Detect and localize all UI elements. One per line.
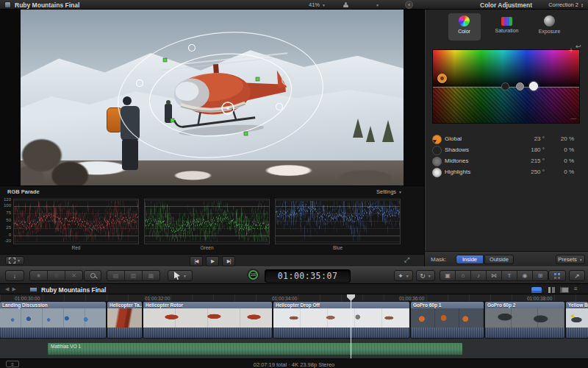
saturation-icon (501, 17, 512, 26)
transitions-browser-button[interactable]: ⋈ (487, 271, 502, 280)
scope-settings-menu[interactable]: Settings▼ (376, 188, 402, 195)
global-puck[interactable] (437, 74, 447, 83)
reject-button[interactable]: ✕ (65, 271, 82, 280)
hue-value[interactable]: 250 ° (508, 169, 545, 175)
themes-browser-button[interactable]: ⌂ (456, 271, 471, 280)
fullscreen-icon[interactable]: ⤢ (404, 256, 409, 264)
correction-tabs: Color Saturation Exposure (425, 13, 588, 40)
background-tasks-indicator[interactable]: 100 (248, 270, 258, 280)
hue-value[interactable]: 23 ° (508, 135, 545, 142)
hue-value[interactable]: 215 ° (508, 158, 545, 164)
shadows-puck[interactable] (501, 82, 509, 91)
mask-outside-button[interactable]: Outside (484, 255, 514, 264)
marker-todo-button[interactable]: ▥ (125, 271, 143, 280)
correction-selector[interactable]: Correction 2 ▲▼ (548, 1, 584, 9)
keyword-button[interactable] (84, 270, 101, 281)
control-row-highlights[interactable]: Highlights 250 ° 0 % (431, 167, 583, 177)
audio-clip-matthias-vo[interactable]: Matthias VO 1 (47, 342, 463, 355)
viewer-zoom-menu[interactable]: 41%▼ (309, 1, 326, 9)
row-label: Highlights (445, 169, 470, 175)
chevron-down-icon: ▼ (322, 3, 326, 7)
audio-meters-icon[interactable] (548, 287, 555, 293)
next-frame-button[interactable]: ▶| (222, 256, 235, 266)
timeline-header: ◀▶ Ruby Mountains Final ≡ (0, 284, 588, 294)
import-button[interactable]: ↓ (5, 270, 24, 281)
generators-browser-button[interactable]: ◉ (517, 271, 533, 280)
mask-bar: Mask: Inside Outside Presets▼ (424, 251, 588, 266)
timeline-history-back[interactable]: ◀▶ (5, 286, 19, 292)
color-mask-overlay[interactable] (21, 10, 404, 185)
timeline-clip[interactable]: GoPro 60p 1 (411, 302, 484, 338)
timeline-clip[interactable]: Helicopter Ta... (107, 302, 142, 338)
retime-menu[interactable]: ↻▼ (416, 270, 435, 281)
ruler-label: 01:00:36:00 (399, 296, 424, 301)
rating-group: ★ ☆ ✕ (29, 270, 83, 281)
titles-browser-button[interactable]: T (502, 271, 517, 280)
exposure-icon (544, 15, 555, 26)
mask-inside-button[interactable]: Inside (456, 255, 484, 264)
music-browser-button[interactable]: ♪ (471, 271, 487, 280)
timeline-clip[interactable]: Yellow Boots (566, 302, 588, 338)
marker-chapter-button[interactable]: ▦ (143, 271, 159, 280)
scope-tick: 120 (0, 197, 11, 202)
transform-tool-menu[interactable]: ▼ (5, 256, 24, 265)
timeline-clip[interactable]: GoPro 60p 2 (485, 302, 564, 338)
clip-name: GoPro 60p 1 (411, 302, 484, 308)
highlights-puck[interactable] (529, 82, 538, 91)
unrate-button[interactable]: ☆ (48, 271, 65, 280)
amount-value[interactable]: 0 % (548, 146, 574, 153)
scope-panel-red (13, 199, 139, 244)
play-button[interactable]: ▶ (206, 256, 219, 266)
clip-audio-waveform (411, 328, 484, 338)
chevron-down-icon: ▼ (17, 258, 21, 263)
list-icon[interactable]: ≡ (574, 286, 578, 292)
effects-browser-button[interactable]: ⊞ (533, 271, 548, 280)
clip-name: Landing Discussion (0, 302, 106, 308)
favorite-button[interactable]: ★ (30, 271, 48, 280)
amount-value[interactable]: 0 % (548, 169, 574, 175)
mask-presets-menu[interactable]: Presets▼ (556, 255, 585, 264)
control-row-global[interactable]: Global 23 ° 20 % (431, 134, 583, 144)
enhancements-menu[interactable]: ✦▼ (394, 270, 413, 281)
timeline-clip[interactable]: Landing Discussion (0, 302, 106, 338)
mask-handle-green (244, 132, 248, 135)
viewer-title: Ruby Mountains Final (15, 1, 79, 9)
clip-audio-waveform (143, 328, 272, 338)
mask-inner-ellipse (145, 46, 296, 144)
clip-name: Helicopter Ta... (107, 302, 142, 308)
control-row-shadows[interactable]: Shadows 180 ° 0 % (431, 145, 583, 155)
clip-thumbnails (566, 308, 588, 328)
clip-name: Helicopter Drop Off (273, 302, 409, 308)
midtones-puck[interactable] (516, 82, 524, 91)
scope-tick: 0 (0, 233, 11, 237)
timeline-clip[interactable]: Helicopter Drop Off (273, 302, 409, 338)
timeline-clip[interactable]: Helicopter Rotor (143, 302, 272, 338)
browser-toggle-button[interactable] (548, 270, 566, 281)
playhead-line[interactable] (351, 294, 351, 358)
timeline-index-icon[interactable] (531, 287, 542, 293)
marker-button[interactable]: ▤ (107, 271, 125, 280)
amount-value[interactable]: 0 % (548, 158, 574, 164)
share-button[interactable]: ↗ (569, 270, 585, 281)
amount-value[interactable]: 20 % (548, 135, 574, 142)
tab-saturation[interactable]: Saturation (491, 13, 523, 40)
tool-select-menu[interactable]: ▼ (168, 270, 193, 281)
inspector-back-button[interactable]: ‹ (405, 1, 413, 9)
row-label: Midtones (445, 158, 468, 164)
previous-frame-button[interactable]: |◀ (190, 256, 203, 266)
timeline-ruler[interactable]: 01:00:30:00 01:00:32:00 01:00:34:00 01:0… (0, 294, 588, 302)
control-row-midtones[interactable]: Midtones 215 ° 0 % (431, 156, 583, 166)
clip-audio-waveform (0, 328, 106, 338)
scope-label-red: Red (13, 245, 139, 250)
cursor-icon (173, 272, 181, 280)
viewer-display-menu[interactable]: ▼ (343, 1, 379, 9)
tab-color[interactable]: Color (448, 13, 481, 40)
hue-value[interactable]: 180 ° (508, 146, 545, 153)
tab-exposure[interactable]: Exposure (534, 13, 566, 40)
clip-audio-waveform (566, 328, 588, 338)
clip-thumbnails (0, 308, 106, 328)
photos-browser-button[interactable]: ▣ (440, 271, 456, 280)
chevron-down-icon: ▼ (183, 274, 187, 278)
person-icon (343, 2, 348, 8)
clip-appearance-icon[interactable] (560, 287, 569, 293)
